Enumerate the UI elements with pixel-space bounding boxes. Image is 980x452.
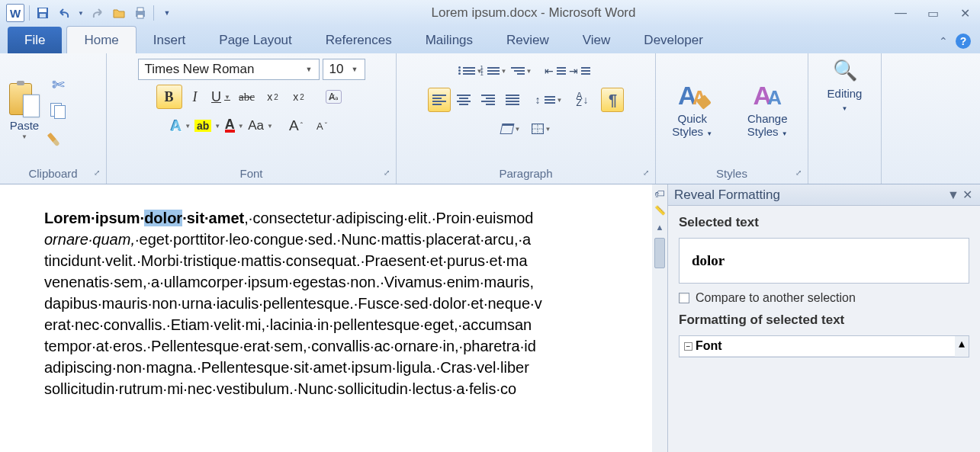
tree-font-label: Font [696, 339, 722, 353]
shrink-font-button[interactable]: Aˇ [309, 114, 335, 138]
window-title: Lorem ipsum.docx - Microsoft Word [175, 5, 892, 21]
scroll-up-button[interactable]: ▲ [654, 221, 666, 233]
tab-file[interactable]: File [8, 27, 62, 53]
tag-icon[interactable]: 🏷 [654, 188, 666, 200]
format-painter-button[interactable] [49, 127, 67, 146]
ribbon: Paste ▼ ✄ Clipboard⤢ Times New Roman▼ 10… [0, 53, 980, 184]
group-label-styles: Styles⤢ [660, 165, 803, 184]
font-color-button[interactable]: A▼ [221, 114, 247, 138]
tab-review[interactable]: Review [490, 27, 566, 53]
brush-icon [47, 126, 69, 147]
grow-font-button[interactable]: Aˆ [283, 114, 309, 138]
paste-button[interactable]: Paste ▼ [5, 78, 44, 143]
checkbox-icon[interactable] [679, 293, 689, 303]
scissors-icon: ✄ [52, 75, 65, 94]
borders-button[interactable]: ▼ [530, 117, 553, 141]
compare-checkbox-row[interactable]: Compare to another selection [679, 291, 969, 305]
save-button[interactable] [34, 5, 51, 21]
border-icon [532, 123, 544, 134]
quick-styles-button[interactable]: AA Quick Styles ▼ [660, 78, 724, 143]
undo-button[interactable] [56, 5, 72, 21]
svg-rect-2 [40, 14, 46, 18]
doc-text: venenatis·sem,·a·ullamcorper·ipsum·egest… [44, 271, 652, 293]
styles-launcher[interactable]: ⤢ [795, 168, 802, 177]
font-name-combo[interactable]: Times New Roman▼ [138, 59, 320, 80]
help-icon[interactable]: ? [956, 34, 971, 49]
change-case-button[interactable]: Aa▼ [247, 114, 274, 138]
font-size-combo[interactable]: 10▼ [323, 59, 365, 80]
quickprint-button[interactable] [132, 5, 149, 21]
font-launcher[interactable]: ⤢ [384, 168, 390, 177]
minimize-button[interactable]: — [892, 5, 910, 21]
pane-menu-button[interactable]: ▼ [946, 188, 960, 202]
clipboard-launcher[interactable]: ⤢ [94, 168, 100, 177]
close-button[interactable]: ✕ [956, 5, 974, 21]
align-center-button[interactable] [452, 88, 475, 112]
clear-formatting-button[interactable]: A̷ₐ [321, 85, 347, 109]
paste-label: Paste [10, 119, 39, 132]
scroll-thumb[interactable] [654, 238, 665, 268]
open-button[interactable] [111, 5, 127, 21]
formatting-tree: − Font ▴ [679, 335, 969, 357]
cut-button[interactable]: ✄ [49, 75, 67, 94]
binoculars-icon: 🔍 [833, 59, 857, 82]
sort-button[interactable]: AZ↓ [570, 88, 593, 112]
tab-home[interactable]: Home [66, 26, 136, 53]
bold-button[interactable]: B [156, 85, 182, 109]
doc-text: tincidunt·velit.·Morbi·tristique·mattis·… [44, 250, 652, 271]
document-page[interactable]: Lorem·ipsum·dolor·sit·amet,·consectetur·… [0, 184, 652, 452]
editing-button[interactable]: 🔍 Editing▼ [820, 56, 870, 118]
tab-developer[interactable]: Developer [627, 27, 720, 53]
change-styles-icon: AA [753, 81, 782, 111]
numbering-button[interactable]: ▼ [486, 59, 509, 83]
group-label-paragraph: Paragraph⤢ [401, 165, 651, 184]
copy-icon [50, 103, 66, 118]
shading-button[interactable]: ▼ [500, 117, 522, 141]
strikethrough-button[interactable]: abc [234, 85, 260, 109]
align-left-button[interactable] [428, 88, 451, 112]
pane-title: Reveal Formatting [674, 188, 946, 203]
line-spacing-button[interactable]: ↕▼ [535, 88, 564, 112]
increase-indent-button[interactable]: ⇥ [568, 59, 591, 83]
redo-button[interactable] [89, 5, 106, 21]
qat-customize[interactable]: ▼ [159, 5, 175, 21]
selected-text-box: dolor [679, 238, 969, 284]
pane-close-button[interactable]: ✕ [960, 188, 974, 202]
change-styles-button[interactable]: AA Change Styles ▼ [731, 78, 803, 143]
doc-text: ·sit·amet [182, 210, 244, 226]
show-marks-button[interactable]: ¶ [601, 88, 624, 112]
underline-button[interactable]: U▼ [208, 85, 234, 109]
multilevel-button[interactable]: ▼ [510, 59, 533, 83]
text-effects-button[interactable]: A▼ [168, 114, 194, 138]
maximize-button[interactable]: ▭ [924, 5, 942, 21]
ruler-icon[interactable]: 📏 [654, 204, 666, 216]
doc-text: ornare·quam, [44, 231, 135, 248]
superscript-button[interactable]: x2 [286, 85, 312, 109]
compare-label: Compare to another selection [696, 291, 856, 305]
tab-mailings[interactable]: Mailings [409, 27, 490, 53]
tab-page-layout[interactable]: Page Layout [202, 27, 308, 53]
doc-selection: dolor [144, 210, 182, 226]
justify-button[interactable] [501, 88, 524, 112]
tree-scroll-up[interactable]: ▴ [955, 336, 969, 357]
svg-rect-4 [137, 8, 143, 11]
align-right-button[interactable] [477, 88, 500, 112]
ribbon-minimize-icon[interactable]: ⌃ [939, 35, 948, 47]
tree-collapse-icon[interactable]: − [684, 342, 692, 351]
tab-insert[interactable]: Insert [137, 27, 203, 53]
copy-button[interactable] [49, 101, 67, 120]
paragraph-launcher[interactable]: ⤢ [643, 168, 649, 177]
titlebar: W ▼ ▼ Lorem ipsum.docx - Microsoft Word … [0, 0, 980, 26]
italic-button[interactable]: I [182, 85, 208, 109]
tab-view[interactable]: View [566, 27, 628, 53]
highlight-button[interactable]: ab▼ [194, 114, 221, 138]
vertical-scrollbar[interactable]: 🏷 📏 ▲ [652, 184, 667, 452]
paste-icon [9, 81, 40, 117]
tree-row-font[interactable]: − Font [680, 336, 955, 357]
decrease-indent-button[interactable]: ⇤ [544, 59, 567, 83]
subscript-button[interactable]: x2 [260, 85, 286, 109]
tab-references[interactable]: References [309, 27, 409, 53]
selected-text-label: Selected text [679, 215, 969, 230]
doc-text: dapibus·mauris·non·urna·iaculis·pellente… [44, 293, 652, 314]
undo-dropdown[interactable]: ▼ [77, 5, 85, 21]
